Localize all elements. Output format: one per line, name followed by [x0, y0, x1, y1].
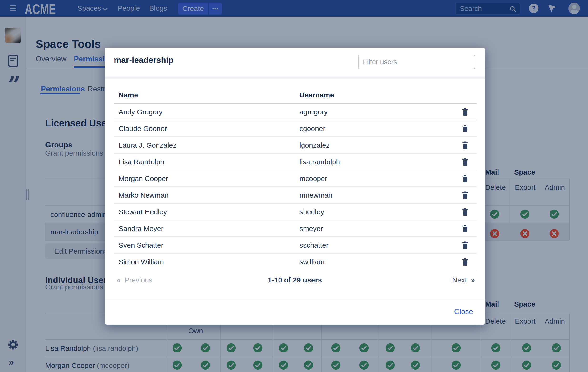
user-username: mcooper [299, 175, 327, 183]
user-row: Marko Newmanmnewman [114, 187, 477, 204]
user-username: shedley [299, 208, 324, 216]
user-name: Stewart Hedley [118, 208, 167, 216]
next-page-link[interactable]: Next » [452, 276, 475, 284]
user-name: Lisa Randolph [118, 158, 164, 166]
column-header-name: Name [118, 91, 138, 99]
user-name: Claude Gooner [118, 125, 167, 133]
user-name: Simon William [118, 258, 164, 266]
remove-user-button[interactable] [460, 257, 470, 267]
remove-user-button[interactable] [460, 107, 470, 117]
dialog-footer-divider [105, 300, 485, 300]
user-row: Laura J. Gonzalezlgonzalez [114, 137, 477, 154]
user-name: Marko Newman [118, 191, 168, 199]
user-row: Sandra Meyersmeyer [114, 220, 477, 237]
app: ACME Spaces People Blogs Create ••• ? [0, 0, 588, 372]
user-username: swilliam [299, 258, 325, 266]
user-username: cgooner [299, 125, 325, 133]
filter-users-input[interactable] [358, 55, 475, 69]
remove-user-button[interactable] [460, 124, 470, 134]
group-members-dialog: mar-leadership Name Username Andy Gregor… [105, 48, 485, 325]
user-name: Andy Gregory [118, 108, 163, 116]
user-row: Andy Gregoryagregory [114, 104, 477, 120]
user-name: Sandra Meyer [118, 224, 163, 233]
user-row: Simon Williamswilliam [114, 254, 477, 270]
user-username: agregory [299, 108, 327, 116]
pagination-range: 1-10 of 29 users [105, 276, 485, 284]
dialog-header-divider [105, 77, 485, 79]
user-row: Lisa Randolphlisa.randolph [114, 154, 477, 170]
user-username: lgonzalez [299, 141, 330, 149]
close-dialog-link[interactable]: Close [453, 307, 474, 316]
user-name: Morgan Cooper [118, 175, 168, 183]
user-username: lisa.randolph [299, 158, 340, 166]
pagination: « Previous 1-10 of 29 users Next » [105, 270, 485, 292]
user-name: Sven Schatter [118, 241, 163, 249]
user-username: sschatter [299, 241, 328, 249]
user-name: Laura J. Gonzalez [118, 141, 176, 149]
user-row: Claude Goonercgooner [114, 120, 477, 137]
user-row: Sven Schattersschatter [114, 237, 477, 254]
remove-user-button[interactable] [460, 224, 470, 234]
remove-user-button[interactable] [460, 190, 470, 201]
user-row: Morgan Coopermcooper [114, 170, 477, 187]
remove-user-button[interactable] [460, 207, 470, 217]
remove-user-button[interactable] [460, 157, 470, 167]
column-header-username: Username [299, 91, 334, 99]
remove-user-button[interactable] [460, 240, 470, 251]
remove-user-button[interactable] [460, 174, 470, 184]
user-username: mnewman [299, 191, 332, 199]
user-username: smeyer [299, 224, 323, 233]
dialog-title: mar-leadership [114, 55, 174, 65]
user-row: Stewart Hedleyshedley [114, 204, 477, 220]
remove-user-button[interactable] [460, 140, 470, 151]
